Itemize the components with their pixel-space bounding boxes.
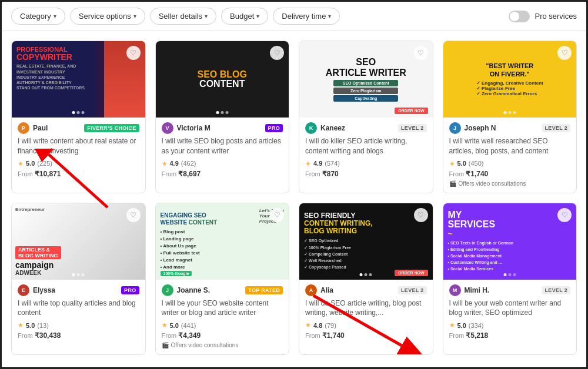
star-icon-joanne: ★ [162,321,168,329]
reviews-mimi: (334) [469,322,484,329]
video-consult-joanne: 🎬 Offers video consultations [162,342,283,348]
price-row-mimi: From ₹5,218 [449,331,571,340]
star-icon-mimi: ★ [449,321,455,329]
pro-services-toggle[interactable] [509,11,530,22]
heart-icon-kaneez[interactable]: ♡ [414,46,428,60]
star-icon-kaneez: ★ [305,160,311,167]
rating-row-joanne: ★ 5.0 (441) [162,321,283,329]
avatar-paul: P [18,122,29,134]
cards-grid: PROFESSIONAL COPYWRITER REAL ESTATE, FIN… [2,31,586,364]
rating-kaneez: 4.9 [313,160,322,167]
price-mimi: ₹5,218 [466,331,488,340]
filter-service-options[interactable]: Service options ▾ [70,8,145,25]
seller-name-alia: Alia [320,286,395,294]
price-row-victoria: From ₹8,697 [162,170,283,178]
badge-alia: Level 2 [398,286,426,294]
star-icon-joseph: ★ [449,160,455,167]
seller-row-joanne: J Joanne S. Top Rated [162,284,283,296]
filter-delivery-time[interactable]: Delivery time ▾ [273,8,340,25]
rating-row-mimi: ★ 5.0 (334) [449,321,571,329]
rating-victoria: 4.9 [170,160,179,167]
filter-category[interactable]: Category ▾ [11,8,65,25]
card-elyssa[interactable]: ARTICLES &BLOG WRITING campaign ADWEEK E… [11,203,146,355]
seller-row-mimi: M Mimi H. Level 2 [449,284,571,296]
badge-kaneez: Level 2 [398,124,426,132]
heart-icon-joseph[interactable]: ♡ [557,46,572,60]
card-joseph[interactable]: "BEST WRITERON FIVERR." ✓ Engaging, Crea… [443,41,577,193]
seller-row-kaneez: K Kaneez Level 2 [305,122,427,134]
price-row-elyssa: From ₹30,438 [18,331,139,340]
price-row-alia: From ₹1,740 [305,331,427,340]
heart-icon-joanne[interactable]: ♡ [270,208,284,222]
reviews-paul: (225) [37,160,52,167]
card-title-kaneez: I will do killer SEO article writing, co… [305,136,427,156]
video-icon-joseph: 🎬 [449,180,456,187]
seller-row-alia: A Alia Level 2 [305,284,427,296]
heart-icon-victoria[interactable]: ♡ [270,46,284,60]
star-icon-paul: ★ [18,160,24,167]
price-joseph: ₹1,740 [466,170,488,178]
price-victoria: ₹8,697 [178,170,201,178]
pro-toggle-label: Pro services [534,12,577,21]
reviews-alia: (79) [325,322,336,329]
price-row-kaneez: From ₹870 [305,170,427,178]
rating-joanne: 5.0 [170,322,179,329]
heart-icon-mimi[interactable]: ♡ [557,208,572,222]
avatar-victoria: V [162,122,173,134]
heart-icon-paul[interactable]: ♡ [126,46,141,60]
avatar-joanne: J [162,284,173,296]
heart-icon-elyssa[interactable]: ♡ [126,208,141,222]
rating-row-kaneez: ★ 4.9 (574) [305,160,427,167]
seller-row-victoria: V Victoria M Pro [162,122,283,134]
star-icon-elyssa: ★ [18,321,24,329]
card-title-victoria: I will write SEO blog posts and articles… [162,136,283,156]
filter-seller-details[interactable]: Seller details ▾ [150,8,216,25]
card-mimi[interactable]: MYSERVICES ~ • SEO Texts in English or G… [443,203,577,355]
star-icon-victoria: ★ [162,160,168,167]
rating-row-paul: ★ 5.0 (225) [18,160,139,167]
price-kaneez: ₹870 [322,170,339,178]
card-victoria[interactable]: SEO BLOG CONTENT ♡ V Victoria M Pro I wi… [155,41,290,193]
badge-victoria: Pro [265,124,283,132]
badge-mimi: Level 2 [542,286,570,294]
card-kaneez[interactable]: SEOARTICLE WRITER SEO Optimized Content … [299,41,433,193]
card-alia[interactable]: SEO FRIENDLYCONTENT WRITING,BLOG WRITING… [299,203,433,355]
price-joanne: ₹4,349 [178,331,201,340]
seller-name-elyssa: Elyssa [33,286,118,294]
price-alia: ₹1,740 [322,331,345,340]
seller-name-paul: Paul [33,124,81,132]
seller-name-kaneez: Kaneez [320,124,395,132]
reviews-victoria: (462) [181,160,196,167]
rating-row-joseph: ★ 5.0 (450) [449,160,571,167]
top-bar: Category ▾ Service options ▾ Seller deta… [2,2,586,31]
card-title-mimi: I will be your web content writer and bl… [449,298,571,318]
chevron-down-icon: ▾ [205,13,208,19]
rating-paul: 5.0 [26,160,35,167]
price-elyssa: ₹30,438 [35,331,61,340]
chevron-down-icon: ▾ [256,13,259,19]
heart-icon-alia[interactable]: ♡ [414,208,428,222]
chevron-down-icon: ▾ [54,13,56,19]
card-title-elyssa: I will write top quality articles and bl… [18,298,139,318]
price-row-paul: From ₹10,871 [18,170,139,178]
avatar-elyssa: E [18,284,29,296]
chevron-down-icon: ▾ [328,13,331,19]
rating-row-alia: ★ 4.8 (79) [305,321,427,329]
badge-elyssa: Pro [121,286,139,294]
price-row-joseph: From ₹1,740 [449,170,571,178]
toggle-knob [510,12,519,21]
seller-name-joseph: Joseph N [465,124,539,132]
rating-alia: 4.8 [313,322,322,329]
avatar-mimi: M [449,284,461,296]
card-title-joseph: I will write well researched SEO article… [449,136,571,156]
avatar-joseph: J [449,122,461,134]
card-paul[interactable]: PROFESSIONAL COPYWRITER REAL ESTATE, FIN… [11,41,146,193]
rating-row-victoria: ★ 4.9 (462) [162,160,283,167]
filter-budget[interactable]: Budget ▾ [221,8,268,25]
card-joanne[interactable]: ENGAGING SEOWEBSITE CONTENT • Blog post … [155,203,290,355]
card-title-paul: I will write content about real estate o… [18,136,139,156]
price-row-joanne: From ₹4,349 [162,331,283,340]
badge-joanne: Top Rated [245,286,283,294]
reviews-elyssa: (13) [37,322,49,329]
seller-name-mimi: Mimi H. [465,286,539,294]
